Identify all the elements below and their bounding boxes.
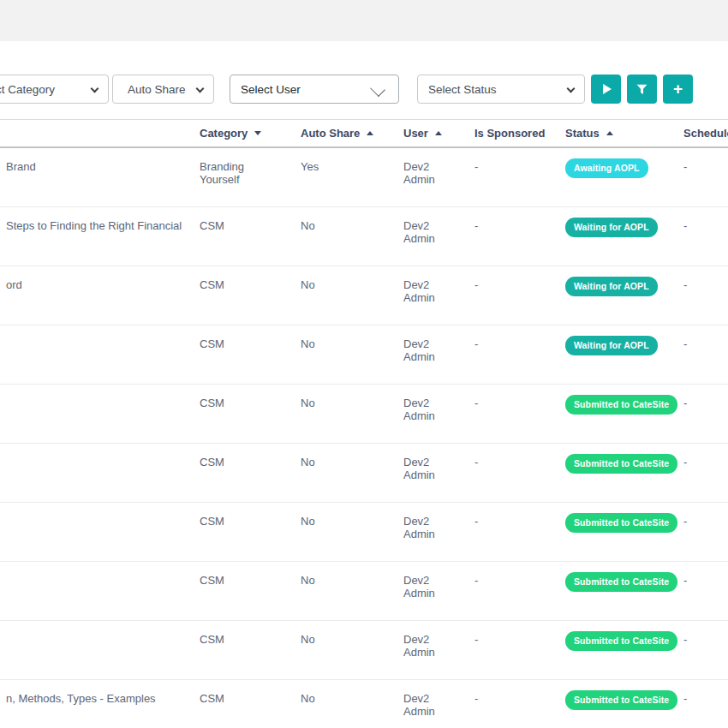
cell-text: Dev2 Admin bbox=[403, 633, 445, 659]
status-badge: Submitted to CateSite bbox=[565, 690, 677, 710]
auto-share-select[interactable]: Auto Share bbox=[112, 75, 214, 104]
cell-status: Submitted to CateSite bbox=[563, 680, 681, 728]
column-header-status[interactable]: Status bbox=[563, 127, 681, 140]
table-row: ordCSMNoDev2 Admin-Waiting for AOPL- bbox=[0, 266, 728, 325]
cell-scheduled: - bbox=[681, 444, 728, 502]
cell-text: CSM bbox=[200, 397, 224, 409]
cell-scheduled: - bbox=[681, 621, 728, 679]
cell-title bbox=[0, 503, 197, 561]
column-label: Category bbox=[200, 127, 248, 140]
status-select[interactable]: Select Status bbox=[417, 75, 585, 104]
sort-asc-icon bbox=[435, 131, 442, 135]
cell-text: Dev2 Admin bbox=[403, 160, 445, 186]
play-icon bbox=[603, 84, 612, 94]
cell-text: - bbox=[683, 397, 687, 409]
category-select[interactable]: Select Category bbox=[0, 75, 109, 104]
status-badge: Waiting for AOPL bbox=[565, 277, 658, 296]
cell-status: Submitted to CateSite bbox=[563, 385, 681, 443]
cell-status: Submitted to CateSite bbox=[563, 621, 681, 679]
cell-status: Submitted to CateSite bbox=[563, 562, 681, 620]
column-header-auto_share[interactable]: Auto Share bbox=[298, 127, 401, 140]
cell-status: Waiting for AOPL bbox=[563, 325, 681, 384]
cell-text: - bbox=[474, 692, 478, 705]
cell-user: Dev2 Admin bbox=[401, 207, 472, 266]
column-header-is_sponsored: Is Sponsored bbox=[472, 127, 563, 140]
table-row: CSMNoDev2 Admin-Waiting for AOPL- bbox=[0, 325, 728, 385]
column-header-user[interactable]: User bbox=[401, 127, 472, 140]
cell-category: CSM bbox=[197, 680, 298, 728]
cell-auto_share: No bbox=[298, 444, 401, 502]
cell-title bbox=[0, 385, 197, 443]
cell-is_sponsored: - bbox=[472, 385, 563, 443]
cell-text: Dev2 Admin bbox=[403, 278, 445, 304]
cell-text: CSM bbox=[200, 574, 224, 587]
table-row: BrandBranding YourselfYesDev2 Admin-Awai… bbox=[0, 148, 728, 207]
cell-scheduled: - bbox=[681, 562, 728, 620]
status-badge: Waiting for AOPL bbox=[565, 336, 658, 355]
filter-button[interactable] bbox=[627, 75, 657, 104]
cell-text: - bbox=[474, 219, 478, 232]
cell-text: CSM bbox=[200, 633, 224, 646]
status-badge: Waiting for AOPL bbox=[565, 218, 658, 237]
chevron-down-icon bbox=[91, 85, 99, 93]
table-row: CSMNoDev2 Admin-Submitted to CateSite- bbox=[0, 444, 728, 503]
auto-share-select-value: Auto Share bbox=[128, 83, 186, 96]
cell-auto_share: No bbox=[298, 385, 401, 443]
cell-status: Awaiting AOPL bbox=[563, 148, 681, 206]
table-row: n, Methods, Types - ExamplesCSMNoDev2 Ad… bbox=[0, 680, 728, 728]
cell-user: Dev2 Admin bbox=[401, 680, 472, 728]
cell-text: - bbox=[474, 397, 478, 409]
cell-auto_share: No bbox=[298, 621, 401, 679]
run-filter-button[interactable] bbox=[591, 75, 621, 104]
user-select[interactable]: Select User bbox=[230, 75, 399, 104]
cell-title: Brand bbox=[0, 148, 197, 206]
cell-category: Branding Yourself bbox=[197, 148, 298, 206]
column-header-category[interactable]: Category bbox=[197, 127, 298, 140]
cell-status: Submitted to CateSite bbox=[563, 503, 681, 561]
cell-text: - bbox=[683, 160, 687, 173]
cell-is_sponsored: - bbox=[472, 207, 563, 266]
cell-category: CSM bbox=[197, 562, 298, 620]
chevron-down-icon bbox=[567, 85, 576, 93]
cell-user: Dev2 Admin bbox=[401, 503, 472, 561]
status-badge: Submitted to CateSite bbox=[565, 454, 677, 474]
cell-text: Branding Yourself bbox=[200, 160, 266, 186]
chevron-down-icon bbox=[370, 81, 385, 97]
cell-text: Dev2 Admin bbox=[403, 219, 445, 245]
cell-is_sponsored: - bbox=[472, 621, 563, 679]
filter-bar: Select Category Auto Share Select User S… bbox=[0, 0, 728, 111]
cell-user: Dev2 Admin bbox=[401, 621, 472, 679]
content-table: CategoryAuto ShareUserIs SponsoredStatus… bbox=[0, 119, 728, 728]
cell-text: No bbox=[301, 219, 315, 232]
cell-is_sponsored: - bbox=[472, 148, 563, 206]
cell-text: - bbox=[474, 574, 478, 587]
cell-scheduled: - bbox=[681, 207, 728, 266]
cell-is_sponsored: - bbox=[472, 444, 563, 502]
cell-text: - bbox=[683, 278, 687, 291]
cell-text: - bbox=[683, 574, 687, 587]
status-badge: Submitted to CateSite bbox=[565, 631, 677, 651]
cell-text: n, Methods, Types - Examples bbox=[6, 692, 156, 705]
cell-auto_share: No bbox=[298, 503, 401, 561]
cell-auto_share: Yes bbox=[298, 148, 401, 206]
add-button[interactable]: + bbox=[663, 75, 693, 104]
cell-text: CSM bbox=[200, 337, 224, 350]
status-badge: Submitted to CateSite bbox=[565, 572, 677, 592]
table-row: CSMNoDev2 Admin-Submitted to CateSite- bbox=[0, 562, 728, 621]
cell-title bbox=[0, 325, 197, 384]
cell-text: No bbox=[301, 278, 315, 291]
cell-user: Dev2 Admin bbox=[401, 385, 472, 443]
cell-text: CSM bbox=[200, 456, 224, 468]
cell-status: Waiting for AOPL bbox=[563, 266, 681, 325]
cell-scheduled: - bbox=[681, 148, 728, 206]
cell-auto_share: No bbox=[298, 680, 401, 728]
cell-scheduled: - bbox=[681, 680, 728, 728]
cell-text: Dev2 Admin bbox=[403, 397, 445, 422]
cell-title bbox=[0, 621, 197, 679]
column-header-scheduled: Scheduled bbox=[681, 127, 728, 140]
sort-asc-icon bbox=[606, 131, 613, 135]
cell-text: Steps to Finding the Right Financial bbox=[6, 219, 182, 232]
sort-asc-icon bbox=[367, 131, 373, 135]
cell-scheduled: - bbox=[681, 266, 728, 325]
cell-text: CSM bbox=[200, 515, 224, 528]
